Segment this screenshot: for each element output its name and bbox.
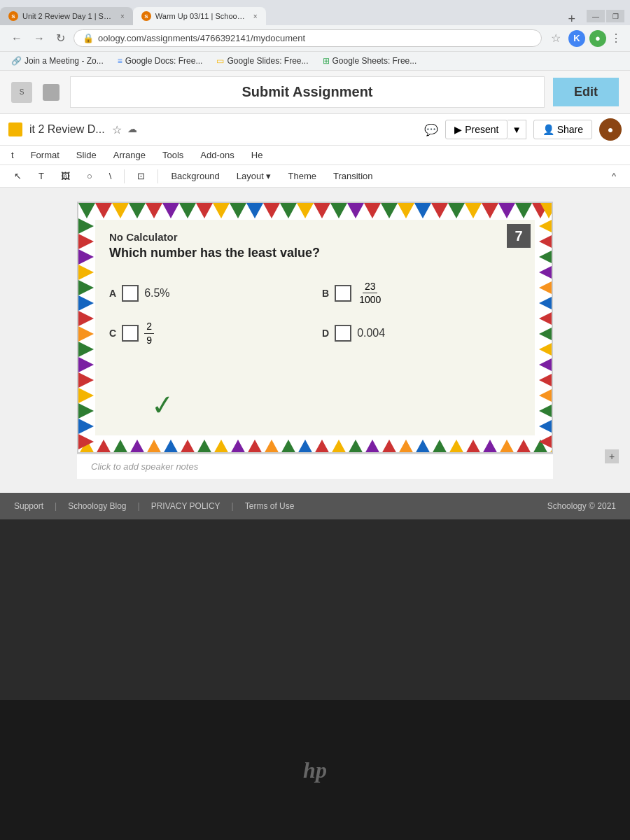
toolbar-right: ^	[606, 168, 622, 184]
toolbar-text-tool[interactable]: T	[33, 168, 50, 184]
forward-button[interactable]: →	[31, 31, 48, 46]
slides-right-controls: 💬 ▶ Present ▼ 👤 Share ●	[424, 118, 622, 141]
reload-button[interactable]: ↻	[53, 30, 68, 46]
edit-button[interactable]: Edit	[553, 78, 619, 106]
svg-marker-25	[465, 203, 482, 218]
present-dropdown-button[interactable]: ▼	[507, 120, 526, 139]
minimize-button[interactable]: —	[587, 10, 605, 22]
bookmark-google-docs[interactable]: ≡ Google Docs: Free...	[115, 55, 206, 67]
toolbar-line-tool[interactable]: \	[104, 168, 118, 184]
toolbar-image-tool[interactable]: 🖼	[55, 168, 76, 184]
footer-terms[interactable]: Terms of Use	[245, 501, 295, 511]
toolbar-transition-button[interactable]: Transition	[328, 168, 379, 184]
slide-question: Which number has the least value?	[109, 246, 521, 260]
slide-inner-content: 7 No Calculator Which number has the lea…	[95, 220, 535, 435]
svg-marker-61	[78, 234, 94, 249]
svg-marker-37	[179, 440, 196, 454]
choice-b-box[interactable]	[335, 285, 351, 302]
choice-c-fraction: 2 9	[144, 320, 154, 346]
present-button[interactable]: ▶ Present	[445, 120, 507, 139]
toolbar-collapse-button[interactable]: ^	[606, 168, 622, 184]
tab1-label: Unit 2 Review Day 1 | Schoology	[22, 12, 113, 20]
svg-marker-74	[78, 434, 94, 449]
new-tab-button[interactable]: +	[562, 13, 581, 25]
tab1-close[interactable]: ×	[120, 13, 125, 20]
url-bar[interactable]: 🔒 oology.com/assignments/4766392141/mydo…	[74, 29, 542, 47]
choice-c-box[interactable]	[122, 325, 139, 342]
svg-marker-71	[78, 388, 94, 403]
user-avatar[interactable]: ●	[599, 118, 622, 141]
user-k-icon[interactable]: K	[568, 30, 585, 47]
bookmark-join-meeting[interactable]: 🔗 Join a Meeting - Zo...	[8, 55, 106, 67]
slides-logo-icon	[8, 122, 22, 136]
svg-marker-70	[78, 372, 94, 388]
svg-marker-52	[431, 440, 448, 454]
back-button[interactable]: ←	[8, 31, 25, 46]
profile-icon[interactable]: ●	[589, 30, 606, 47]
svg-marker-33	[112, 440, 129, 454]
menu-tools[interactable]: Tools	[160, 147, 186, 163]
choice-c-numerator: 2	[144, 320, 154, 333]
footer-support[interactable]: Support	[14, 501, 43, 511]
comments-icon[interactable]: 💬	[424, 123, 438, 136]
cloud-icon: ☁	[127, 123, 137, 136]
address-bar: ← → ↻ 🔒 oology.com/assignments/476639214…	[0, 25, 630, 52]
tab2-close[interactable]: ×	[253, 13, 258, 20]
bookmark-sheets-label: Google Sheets: Free...	[332, 56, 417, 66]
share-button[interactable]: 👤 Share	[533, 120, 592, 139]
restore-button[interactable]: ❐	[606, 10, 624, 22]
choice-b-fraction: 23 1000	[357, 280, 383, 306]
star-icon[interactable]: ☆	[112, 123, 122, 136]
svg-marker-41	[246, 440, 263, 454]
toolbar-background-button[interactable]: Background	[165, 168, 225, 184]
footer-privacy[interactable]: PRIVACY POLICY	[151, 501, 220, 511]
choice-b-numerator: 23	[363, 280, 378, 293]
svg-marker-56	[498, 440, 515, 454]
bottom-triangles	[78, 440, 553, 454]
svg-marker-5	[129, 203, 146, 218]
slide-wrapper: 7 No Calculator Which number has the lea…	[77, 202, 553, 479]
present-label: Present	[465, 124, 498, 135]
toolbar-insert-tool[interactable]: ⊡	[132, 168, 150, 184]
svg-marker-6	[146, 203, 162, 218]
speaker-notes[interactable]: Click to add speaker notes	[77, 454, 553, 479]
svg-marker-84	[539, 357, 553, 372]
bookmark-google-slides[interactable]: ▭ Google Slides: Free...	[214, 55, 311, 67]
toolbar-select-tool[interactable]: ↖	[8, 168, 27, 184]
share-icon: 👤	[542, 124, 554, 135]
toolbar-theme-button[interactable]: Theme	[282, 168, 321, 184]
svg-marker-29	[532, 203, 549, 218]
menu-format[interactable]: Format	[28, 147, 62, 163]
toolbar-layout-button[interactable]: Layout ▾	[231, 168, 277, 184]
plus-button-area: +	[605, 449, 619, 463]
answer-choices-grid: A 6.5% B 23 1000	[109, 280, 521, 346]
bookmark-google-sheets[interactable]: ⊞ Google Sheets: Free...	[320, 55, 420, 67]
menu-help[interactable]: He	[248, 147, 266, 163]
tab-warmup[interactable]: S Warm Up 03/11 | Schoolology ×	[133, 7, 266, 25]
svg-marker-20	[381, 203, 398, 218]
toolbar-shape-tool[interactable]: ○	[81, 168, 98, 184]
choice-a-box[interactable]	[122, 285, 139, 302]
speaker-notes-placeholder: Click to add speaker notes	[91, 461, 198, 472]
choice-d-text: 0.004	[357, 327, 385, 340]
tab-unit2-review[interactable]: S Unit 2 Review Day 1 | Schoology ×	[0, 7, 133, 25]
menu-arrange[interactable]: Arrange	[111, 147, 148, 163]
plus-button[interactable]: +	[605, 449, 619, 463]
menu-file[interactable]: t	[8, 147, 17, 163]
bookmark-star-icon[interactable]: ☆	[547, 30, 564, 47]
choice-d-box[interactable]	[335, 325, 351, 342]
choice-b: B 23 1000	[322, 280, 521, 306]
svg-marker-67	[78, 326, 94, 342]
slide-canvas[interactable]: 7 No Calculator Which number has the lea…	[77, 202, 553, 454]
extensions-icon[interactable]: ⋮	[610, 31, 622, 45]
svg-marker-59	[549, 440, 553, 454]
svg-marker-16	[314, 203, 330, 218]
footer-sep1: |	[55, 501, 57, 511]
submit-assignment-button[interactable]: Submit Assignment	[70, 76, 545, 108]
menu-addons[interactable]: Add-ons	[197, 147, 237, 163]
svg-marker-4	[112, 203, 129, 218]
checkmark-symbol: ✓	[150, 388, 176, 423]
footer-blog[interactable]: Schoology Blog	[68, 501, 126, 511]
svg-marker-58	[532, 440, 549, 454]
menu-slide[interactable]: Slide	[74, 147, 99, 163]
